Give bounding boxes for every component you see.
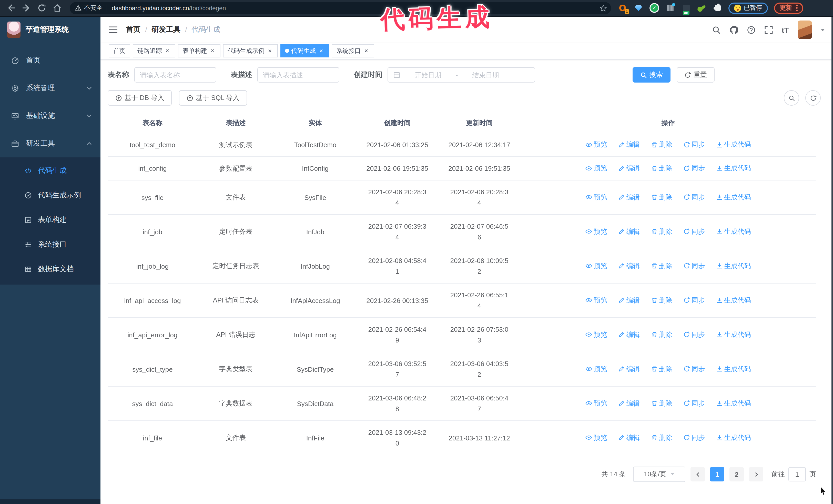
sidebar-item-codegen[interactable]: 代码生成 [0, 159, 100, 183]
delete-link[interactable]: 删除 [651, 227, 672, 236]
preview-link[interactable]: 预览 [586, 262, 607, 271]
back-icon[interactable] [7, 4, 15, 12]
generate-code-link[interactable]: 生成代码 [716, 399, 751, 408]
window-scrollbar[interactable] [831, 17, 833, 504]
bookmark-star-icon[interactable] [600, 4, 607, 11]
delete-link[interactable]: 删除 [651, 399, 672, 408]
breadcrumb-devtools[interactable]: 研发工具 [152, 25, 181, 34]
close-icon[interactable]: × [164, 45, 171, 57]
preview-link[interactable]: 预览 [586, 296, 607, 305]
extension-gem-icon[interactable] [634, 4, 643, 12]
sync-link[interactable]: 同步 [683, 193, 705, 202]
next-page-button[interactable] [749, 467, 763, 481]
page-button-2[interactable]: 2 [730, 467, 744, 481]
preview-link[interactable]: 预览 [586, 140, 607, 149]
edit-link[interactable]: 编辑 [618, 193, 640, 202]
import-sql-button[interactable]: 基于 SQL 导入 [179, 90, 247, 105]
page-button-1[interactable]: 1 [710, 467, 724, 481]
sync-link[interactable]: 同步 [683, 364, 705, 374]
generate-code-link[interactable]: 生成代码 [716, 330, 751, 339]
breadcrumb-home[interactable]: 首页 [126, 25, 140, 34]
edit-link[interactable]: 编辑 [618, 330, 640, 339]
preview-link[interactable]: 预览 [586, 433, 607, 442]
reset-button[interactable]: 重置 [677, 67, 715, 82]
generate-code-link[interactable]: 生成代码 [716, 227, 751, 236]
sync-link[interactable]: 同步 [683, 330, 705, 339]
preview-link[interactable]: 预览 [586, 330, 607, 339]
preview-link[interactable]: 预览 [586, 164, 607, 173]
sync-link[interactable]: 同步 [683, 227, 705, 236]
edit-link[interactable]: 编辑 [618, 399, 640, 408]
delete-link[interactable]: 删除 [651, 330, 672, 339]
preview-link[interactable]: 预览 [586, 364, 607, 374]
sidebar-item-home[interactable]: 首页 [0, 47, 100, 74]
generate-code-link[interactable]: 生成代码 [716, 262, 751, 271]
tab-home[interactable]: 首页 [109, 44, 130, 57]
font-size-icon[interactable]: tT [782, 25, 789, 34]
generate-code-link[interactable]: 生成代码 [716, 164, 751, 173]
kebab-menu-icon[interactable] [796, 5, 798, 11]
reload-icon[interactable] [38, 4, 46, 12]
table-desc-input[interactable] [257, 67, 339, 82]
edit-link[interactable]: 编辑 [618, 296, 640, 305]
delete-link[interactable]: 删除 [651, 140, 672, 149]
extension-puzzle-icon[interactable] [714, 4, 722, 12]
home-icon[interactable] [53, 4, 62, 12]
refresh-table-button[interactable] [805, 90, 821, 105]
sidebar-item-form-builder[interactable]: 表单构建 [0, 208, 100, 232]
preview-link[interactable]: 预览 [586, 399, 607, 408]
forward-icon[interactable] [22, 4, 31, 12]
sidebar-item-api[interactable]: 系统接口 [0, 232, 100, 257]
search-icon[interactable] [712, 25, 721, 34]
extension-check-icon[interactable]: ✓ [650, 4, 659, 12]
generate-code-link[interactable]: 生成代码 [716, 433, 751, 442]
generate-code-link[interactable]: 生成代码 [716, 193, 751, 202]
generate-code-link[interactable]: 生成代码 [716, 364, 751, 374]
tab-form-builder[interactable]: 表单构建× [178, 44, 220, 57]
tab-codegen[interactable]: 代码生成× [280, 44, 329, 57]
search-button[interactable]: 搜索 [633, 67, 670, 82]
delete-link[interactable]: 删除 [651, 433, 672, 442]
edit-link[interactable]: 编辑 [618, 140, 640, 149]
edit-link[interactable]: 编辑 [618, 262, 640, 271]
generate-code-link[interactable]: 生成代码 [716, 140, 751, 149]
sync-link[interactable]: 同步 [683, 262, 705, 271]
avatar-caret-icon[interactable] [821, 28, 825, 33]
table-name-input[interactable] [134, 67, 216, 82]
start-date-input[interactable] [403, 71, 453, 79]
prev-page-button[interactable] [690, 467, 705, 481]
sidebar-item-system[interactable]: 系统管理 [0, 74, 100, 102]
tab-trace[interactable]: 链路追踪× [133, 44, 175, 57]
edit-link[interactable]: 编辑 [618, 364, 640, 374]
delete-link[interactable]: 删除 [651, 193, 672, 202]
date-range-picker[interactable]: - [387, 67, 535, 82]
extension-orange-icon[interactable]: 1 [618, 4, 627, 12]
preview-link[interactable]: 预览 [586, 227, 607, 236]
security-label[interactable]: 不安全 [84, 4, 102, 12]
avatar[interactable] [798, 21, 812, 39]
delete-link[interactable]: 删除 [651, 262, 672, 271]
sidebar-item-infra[interactable]: 基础设施 [0, 102, 100, 130]
sync-link[interactable]: 同步 [683, 140, 705, 149]
sidebar-item-codegen-example[interactable]: 代码生成示例 [0, 183, 100, 208]
github-icon[interactable] [730, 25, 738, 34]
sidebar-item-devtools[interactable]: 研发工具 [0, 130, 100, 158]
close-icon[interactable]: × [363, 45, 370, 57]
hamburger-icon[interactable] [109, 26, 118, 34]
edit-link[interactable]: 编辑 [618, 433, 640, 442]
sync-link[interactable]: 同步 [683, 164, 705, 173]
sync-link[interactable]: 同步 [683, 296, 705, 305]
end-date-input[interactable] [461, 71, 510, 79]
close-icon[interactable]: × [209, 45, 216, 57]
import-db-button[interactable]: 基于 DB 导入 [108, 90, 172, 105]
extension-key-icon[interactable] [698, 4, 706, 12]
tab-codegen-example[interactable]: 代码生成示例× [223, 44, 278, 57]
address-bar[interactable]: 不安全 dashboard.yudao.iocoder.cn/tool/code… [70, 2, 611, 14]
toggle-search-button[interactable] [784, 90, 799, 105]
sync-link[interactable]: 同步 [683, 399, 705, 408]
page-size-select[interactable]: 10条/页 [633, 466, 685, 482]
goto-page-input[interactable] [788, 467, 806, 481]
fullscreen-icon[interactable] [764, 25, 773, 34]
extension-columns-icon[interactable] [666, 4, 674, 12]
sidebar-logo-row[interactable]: 芋道管理系统 [0, 17, 100, 43]
